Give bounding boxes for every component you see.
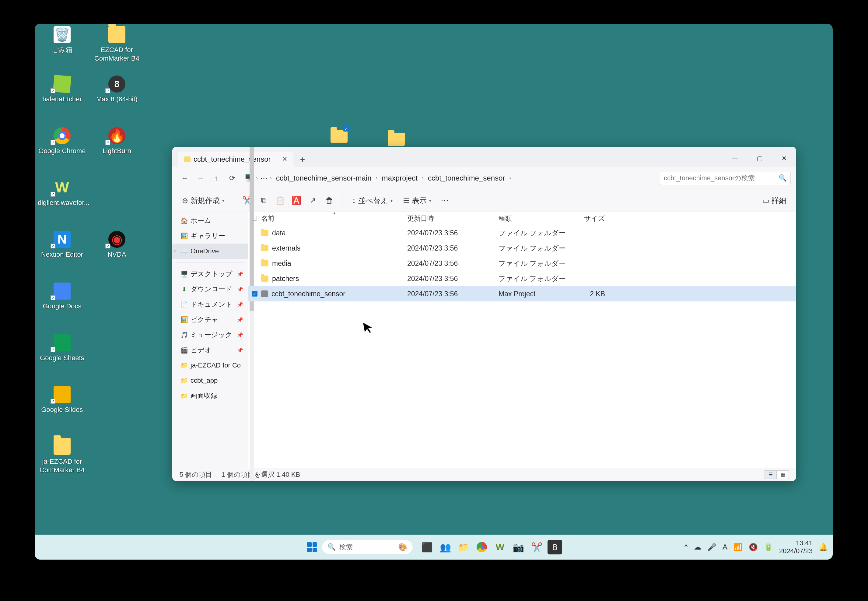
chevron-right-icon[interactable]: › <box>270 175 273 181</box>
file-row[interactable]: ✓ccbt_tonechime_sensor2024/07/23 3:56Max… <box>248 286 796 301</box>
back-button[interactable]: ← <box>178 171 192 185</box>
desktop-icon-slides[interactable]: ↗Google Slides <box>38 386 87 414</box>
refresh-button[interactable]: ⟳ <box>225 171 239 185</box>
desktop-icon-nvda[interactable]: ◉↗NVDA <box>93 231 141 259</box>
desktop-icon-balenaetcher[interactable]: ↗balenaEtcher <box>38 76 87 104</box>
navigation-pane[interactable]: 🏠ホーム 🖼️ギャラリー ›☁️OneDrive 🖥️デスクトップ📌 ⬇ダウンロ… <box>172 212 248 468</box>
nav-pictures[interactable]: 🖼️ピクチャ📌 <box>172 312 248 327</box>
forward-button[interactable]: → <box>193 171 207 185</box>
file-explorer-window: ccbt_tonechime_sensor ✕ + — ▢ ✕ ← → ↑ ⟳ … <box>172 147 796 481</box>
nav-home[interactable]: 🏠ホーム <box>172 213 248 228</box>
breadcrumb-item[interactable]: maxproject <box>380 172 419 184</box>
nav-desktop[interactable]: 🖥️デスクトップ📌 <box>172 266 248 282</box>
col-type[interactable]: 種類 <box>498 214 575 223</box>
desktop-icon-lightburn[interactable]: 🔥↗LightBurn <box>93 127 141 155</box>
nav-onedrive[interactable]: ›☁️OneDrive <box>172 244 248 259</box>
notifications-icon[interactable]: 🔔 <box>819 543 828 551</box>
chevron-right-icon[interactable]: › <box>509 175 512 181</box>
breadcrumb-item[interactable]: ccbt_tonechime_sensor <box>426 172 507 184</box>
breadcrumb-item[interactable]: ccbt_tonechime_sensor-main <box>274 172 373 184</box>
chevron-right-icon[interactable]: › <box>174 249 176 254</box>
desktop-icon-waveforms[interactable]: W↗digilent.wavefor... <box>38 179 87 207</box>
file-row[interactable]: media2024/07/23 3:56ファイル フォルダー <box>248 256 796 271</box>
max8-taskbar-icon[interactable]: 8 <box>548 540 562 554</box>
taskbar[interactable]: 🔍 検索 🎨 ⬛ 👥 📁 W 📷 ✂️ 8 ^ ☁ 🎤 A 📶 🔇 🔋 <box>35 535 833 560</box>
battery-icon[interactable]: 🔋 <box>764 543 773 551</box>
desktop-icon-nextion[interactable]: N↗Nextion Editor <box>38 231 87 259</box>
search-box[interactable]: ccbt_tonechime_sensorの検索 🔍 <box>660 171 791 185</box>
col-name[interactable]: 名前 <box>261 214 274 223</box>
paste-button[interactable]: 📋 <box>273 194 287 207</box>
desktop-icon-docs[interactable]: ↗Google Docs <box>38 282 87 311</box>
file-date: 2024/07/23 3:56 <box>407 259 498 268</box>
waveforms-taskbar-icon[interactable]: W <box>493 540 507 554</box>
desktop-loose-folder-checked[interactable] <box>330 130 347 143</box>
details-pane-button[interactable]: ▭詳細 <box>759 194 790 207</box>
chrome-taskbar-icon[interactable] <box>475 540 489 554</box>
desktop-icon-chrome[interactable]: ↗Google Chrome <box>38 127 87 155</box>
wifi-icon[interactable]: 📶 <box>734 543 743 551</box>
nav-ezcad-folder[interactable]: 📁ja-EZCAD for Co <box>172 358 248 373</box>
col-size[interactable]: サイズ <box>575 214 611 223</box>
camera-icon[interactable]: 📷 <box>511 540 525 554</box>
up-button[interactable]: ↑ <box>209 171 223 185</box>
rename-button[interactable]: 🅰️ <box>290 194 303 207</box>
file-row[interactable]: data2024/07/23 3:56ファイル フォルダー <box>248 225 796 241</box>
icon-label: ごみ箱 <box>38 46 87 54</box>
sort-button[interactable]: ↕並べ替え▾ <box>349 194 396 207</box>
close-window-button[interactable]: ✕ <box>772 150 796 167</box>
new-tab-button[interactable]: + <box>297 155 309 167</box>
nav-music[interactable]: 🎵ミュージック📌 <box>172 327 248 343</box>
start-button[interactable] <box>305 540 319 554</box>
file-row[interactable]: patchers2024/07/23 3:56ファイル フォルダー <box>248 271 796 286</box>
teams-icon[interactable]: 👥 <box>438 540 452 554</box>
onedrive-tray-icon[interactable]: ☁ <box>694 543 701 551</box>
volume-icon[interactable]: 🔇 <box>749 543 758 551</box>
task-view-button[interactable]: ⬛ <box>420 540 434 554</box>
desktop-icon-sheets[interactable]: ↗Google Sheets <box>38 334 87 362</box>
ellipsis-icon[interactable]: ⋯ <box>260 174 268 182</box>
checkbox[interactable]: ✓ <box>252 291 257 296</box>
col-date[interactable]: 更新日時 <box>407 214 498 223</box>
ime-icon[interactable]: A <box>723 543 727 551</box>
file-list[interactable]: ▴名前 更新日時 種類 サイズ data2024/07/23 3:56ファイル … <box>248 212 796 468</box>
close-tab-icon[interactable]: ✕ <box>282 155 287 163</box>
new-button[interactable]: ⊕新規作成▾ <box>178 194 228 207</box>
details-view-button[interactable]: ☰ <box>764 470 777 479</box>
desktop-icon-ezcad[interactable]: EZCAD for ComMarker B4 <box>93 26 141 63</box>
nav-ccbt-folder[interactable]: 📁ccbt_app <box>172 373 248 388</box>
select-all-checkbox[interactable] <box>252 216 257 221</box>
view-button[interactable]: ☰表示▾ <box>399 194 435 207</box>
titlebar[interactable]: ccbt_tonechime_sensor ✕ + — ▢ ✕ <box>172 147 796 167</box>
folder-icon <box>261 230 268 236</box>
snipping-icon[interactable]: ✂️ <box>529 540 544 554</box>
minimize-button[interactable]: — <box>723 150 748 167</box>
nav-screenrec-folder[interactable]: 📁画面収録 <box>172 388 248 403</box>
tray-chevron-icon[interactable]: ^ <box>684 543 688 551</box>
desktop-icon-recycle-bin[interactable]: 🗑️ごみ箱 <box>38 26 87 54</box>
chevron-right-icon[interactable]: › <box>255 175 258 181</box>
icons-view-button[interactable]: ▦ <box>777 470 789 479</box>
nav-downloads[interactable]: ⬇ダウンロード📌 <box>172 282 248 297</box>
file-row[interactable]: externals2024/07/23 3:56ファイル フォルダー <box>248 241 796 256</box>
folder-icon: 📁 <box>181 362 187 369</box>
desktop-loose-folder[interactable] <box>388 133 405 146</box>
nav-videos[interactable]: 🎬ビデオ📌 <box>172 343 248 358</box>
more-button[interactable]: ⋯ <box>438 194 451 207</box>
chevron-right-icon[interactable]: › <box>375 175 378 181</box>
desktop-icon-max8[interactable]: 8↗Max 8 (64-bit) <box>93 76 141 104</box>
file-explorer-icon[interactable]: 📁 <box>456 540 471 554</box>
taskbar-search[interactable]: 🔍 検索 🎨 <box>322 540 413 554</box>
microphone-tray-icon[interactable]: 🎤 <box>707 543 716 551</box>
delete-button[interactable]: 🗑 <box>323 194 336 207</box>
share-button[interactable]: ↗ <box>306 194 320 207</box>
maximize-button[interactable]: ▢ <box>748 150 772 167</box>
desktop-icon-ja-ezcad[interactable]: ja-EZCAD for ComMarker B4 <box>38 438 87 474</box>
nav-gallery[interactable]: 🖼️ギャラリー <box>172 228 248 244</box>
breadcrumb-bar[interactable]: 🖥️ › ⋯ › ccbt_tonechime_sensor-main › ma… <box>241 171 658 185</box>
copy-button[interactable]: ⧉ <box>257 194 270 207</box>
explorer-tab[interactable]: ccbt_tonechime_sensor ✕ <box>178 152 293 167</box>
clock[interactable]: 13:41 2024/07/23 <box>779 539 813 555</box>
nav-documents[interactable]: 📄ドキュメント📌 <box>172 297 248 312</box>
chevron-right-icon[interactable]: › <box>421 175 424 181</box>
